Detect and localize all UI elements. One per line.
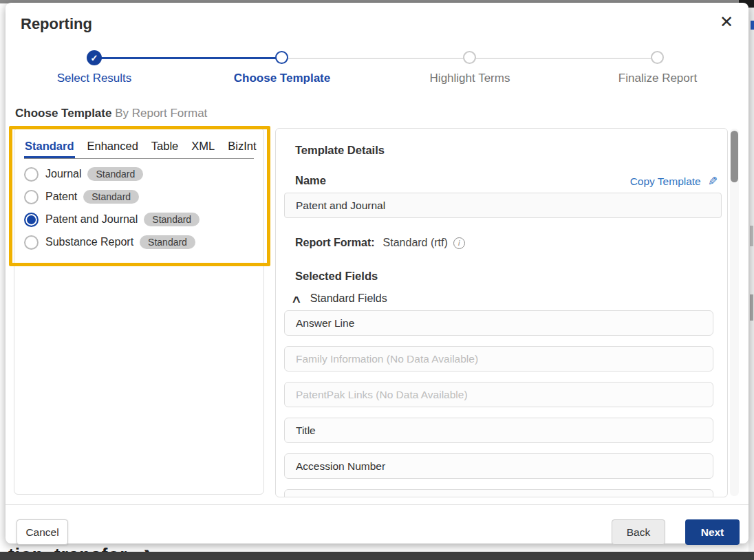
back-button[interactable]: Back: [612, 519, 665, 545]
standard-badge: Standard: [140, 235, 195, 249]
standard-badge: Standard: [144, 213, 200, 226]
stepper-segment: [470, 58, 658, 59]
field-item[interactable]: Title: [284, 418, 713, 443]
step-circle-highlight-terms[interactable]: [463, 51, 476, 64]
report-format-value: Standard (rtf): [383, 237, 448, 249]
radio-button[interactable]: [24, 190, 39, 204]
tab-bizint[interactable]: BizInt: [227, 138, 257, 158]
standard-fields-label: Standard Fields: [310, 292, 387, 305]
field-item[interactable]: Answer Line: [284, 310, 713, 336]
close-icon[interactable]: ✕: [720, 14, 733, 30]
report-format-label: Report Format:: [295, 237, 375, 249]
section-subtitle: By Report Format: [115, 107, 207, 120]
step-circle-finalize-report[interactable]: [651, 51, 664, 64]
selected-fields-heading: Selected Fields: [295, 270, 378, 283]
collapse-caret-icon[interactable]: ^: [292, 298, 301, 305]
report-format-row: Report Format: Standard (rtf) i: [295, 237, 465, 249]
cancel-button[interactable]: Cancel: [17, 519, 68, 545]
section-heading: Choose Template By Report Format: [15, 107, 207, 120]
template-option-patent-and-journal[interactable]: Patent and Journal Standard: [24, 211, 254, 228]
background-page-right-edge: [748, 0, 754, 560]
field-item-disabled[interactable]: PatentPak Links (No Data Available): [284, 382, 713, 407]
next-button[interactable]: Next: [685, 519, 740, 545]
standard-badge: Standard: [87, 167, 143, 181]
step-label-highlight-terms[interactable]: Highlight Terms: [394, 72, 546, 85]
background-blue-sliver: [751, 21, 754, 30]
radio-button-selected[interactable]: [24, 213, 39, 227]
tab-table[interactable]: Table: [151, 138, 179, 158]
field-item[interactable]: Accession Number: [284, 453, 713, 479]
info-icon[interactable]: i: [453, 237, 465, 249]
background-right-mark: [750, 226, 753, 246]
step-label-choose-template[interactable]: Choose Template: [206, 72, 358, 85]
copy-template-row: Copy Template ✎: [630, 174, 718, 189]
edit-pencil-icon[interactable]: ✎: [708, 174, 718, 189]
selected-fields-list: Answer Line Family Information (No Data …: [284, 310, 713, 497]
template-details-heading: Template Details: [295, 144, 385, 157]
step-label-select-results[interactable]: Select Results: [19, 72, 170, 85]
background-right-mark: [750, 294, 753, 321]
scrollbar-track[interactable]: [730, 129, 739, 496]
check-icon: ✓: [91, 53, 98, 63]
template-option-substance-report[interactable]: Substance Report Standard: [24, 234, 254, 250]
background-page-bottom-bar: [0, 552, 754, 560]
step-label-finalize-report[interactable]: Finalize Report: [582, 72, 733, 85]
stepper-segment-done: [94, 57, 282, 59]
tab-xml[interactable]: XML: [191, 138, 215, 158]
template-details-panel: Template Details Name Copy Template ✎ Re…: [275, 128, 728, 497]
tab-standard[interactable]: Standard: [24, 138, 75, 158]
step-circle-choose-template[interactable]: [275, 51, 288, 64]
standard-badge: Standard: [83, 190, 139, 204]
report-format-tabs: Standard Enhanced Table XML BizInt: [24, 138, 254, 159]
radio-button[interactable]: [24, 235, 39, 250]
field-item-partial[interactable]: [284, 489, 713, 497]
footer-divider: [6, 504, 748, 505]
template-radio-list: Journal Standard Patent Standard Patent …: [24, 166, 254, 250]
name-label: Name: [295, 174, 326, 187]
stepper-segment: [282, 58, 470, 59]
radio-button[interactable]: [24, 167, 39, 182]
scrollbar-thumb[interactable]: [731, 131, 738, 182]
standard-fields-group: ^ Standard Fields: [292, 292, 387, 305]
step-circle-select-results[interactable]: ✓: [87, 50, 102, 65]
section-title: Choose Template: [15, 107, 111, 120]
field-item-disabled[interactable]: Family Information (No Data Available): [284, 346, 713, 371]
template-list-panel: Standard Enhanced Table XML BizInt Journ…: [14, 128, 264, 495]
tab-enhanced[interactable]: Enhanced: [87, 138, 139, 158]
reporting-dialog: Reporting ✕ ✓ Select Results Choose Temp…: [6, 3, 748, 543]
copy-template-link[interactable]: Copy Template: [630, 175, 701, 188]
dialog-title: Reporting: [21, 15, 92, 33]
template-name-input[interactable]: [284, 193, 722, 218]
template-option-journal[interactable]: Journal Standard: [24, 166, 254, 182]
template-option-patent[interactable]: Patent Standard: [24, 189, 254, 205]
